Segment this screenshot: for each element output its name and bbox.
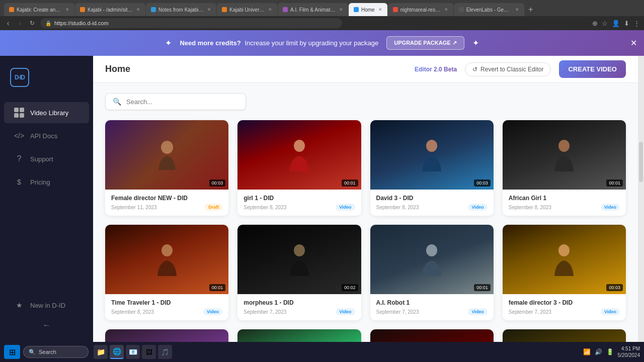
taskbar-app-mail[interactable]: 📧 [126,345,140,359]
tab-notes-kajabi[interactable]: Notes from Kajabi Uni... ✕ [146,3,216,16]
browser-address-bar: ‹ › ↻ 🔒 https://studio.d-id.com ⊕ ☆ 👤 ⬇ … [0,16,644,30]
taskbar-search[interactable]: 🔍 Search [23,346,89,358]
upgrade-package-button[interactable]: UPGRADE PACKAGE ↗ [386,36,464,50]
duration-badge: 00:01 [606,179,623,187]
taskbar: ⊞ 🔍 Search 📁 🌐 📧 🖼 🎵 📶 🔊 🔋 4:51 PM 5/20/… [0,342,644,362]
refresh-button[interactable]: ↻ [28,20,36,27]
tab-close-icon[interactable]: ✕ [444,7,448,12]
taskbar-clock[interactable]: 4:51 PM 5/20/2024 [618,345,640,358]
banner-close-button[interactable]: ✕ [630,38,637,48]
taskbar-app-spotify[interactable]: 🎵 [158,345,172,359]
tab-close-icon[interactable]: ✕ [515,7,519,12]
video-info: girl 1 - DID September 8, 2023 Video [237,190,361,216]
taskbar-app-chrome[interactable]: 🌐 [110,345,124,359]
tab-close-icon[interactable]: ✕ [268,7,272,12]
video-card-6[interactable]: 00:01 A.I. Robot 1 September 7, 2023 Vid… [370,225,494,320]
download-icon[interactable]: ⬇ [624,20,629,27]
figure-silhouette [419,139,444,171]
tab-nightmare[interactable]: nightmareal-res:... ✕ [388,3,453,16]
video-date: September 8, 2023 [509,205,551,210]
tab-elevenlabs[interactable]: ElevenLabs - Genera... ✕ [454,3,524,16]
sound-icon[interactable]: 🔊 [595,348,602,355]
video-thumbnail: 00:03 [370,120,494,190]
video-card-4[interactable]: 00:01 Time Traveler 1 - DID September 8,… [105,225,228,320]
tab-kajabi-university[interactable]: Kajabi University ✕ [217,3,277,16]
logo: D·ID [0,64,93,101]
search-icon: 🔍 [29,349,36,355]
sidebar-item-video-library[interactable]: Video Library [4,102,89,123]
video-info: African Girl 1 September 8, 2023 Video [503,190,626,216]
video-date: September 7, 2023 [376,309,419,315]
rotate-icon: ↺ [472,66,477,73]
video-card-10[interactable]: Untitled video [370,329,494,342]
video-card-2[interactable]: 00:03 David 3 - DID September 8, 2023 Vi… [370,120,494,216]
video-thumbnail: 00:03 [105,120,228,190]
sidebar-item-support[interactable]: ? Support [4,148,89,169]
video-grid: 00:03 Female director NEW - DID Septembe… [105,120,626,342]
tab-home-active[interactable]: Home ✕ [349,3,387,16]
video-badge-video: Video [336,308,355,315]
logo-mark: D·ID [10,68,29,87]
video-card-9[interactable]: RRCG female director - DID [237,329,361,342]
sidebar-item-new-in-did[interactable]: ★ New in D-ID [4,295,89,316]
main-area: Home Editor 2.0 Beta ↺ Revert to Classic… [93,56,638,342]
start-button[interactable]: ⊞ [4,345,20,359]
profile-icon[interactable]: 👤 [612,20,620,27]
tab-close-icon[interactable]: ✕ [65,7,69,12]
video-card-0[interactable]: 00:03 Female director NEW - DID Septembe… [105,120,228,216]
svg-point-6 [426,244,437,256]
battery-icon[interactable]: 🔋 [606,348,614,355]
video-title: female director 3 - DID [509,299,620,306]
video-date: September 11, 2023 [111,205,157,210]
tab-close-icon[interactable]: ✕ [339,7,343,12]
back-arrow-icon: ← [43,321,51,330]
video-card-7[interactable]: 00:03 female director 3 - DID September … [503,225,626,320]
bookmark-icon[interactable]: ☆ [602,20,608,27]
tab-ai-film[interactable]: A.I. Film & Animation ... ✕ [278,3,348,16]
page-title: Home [105,64,130,74]
video-thumbnail: 00:02 [237,225,361,294]
new-tab-button[interactable]: + [525,5,537,15]
video-card-3[interactable]: 00:01 African Girl 1 September 8, 2023 V… [503,120,626,216]
sidebar-item-pricing[interactable]: $ Pricing [4,171,89,193]
video-card-8[interactable]: 00:03 female director 2 - DID [105,329,228,342]
revert-to-classic-button[interactable]: ↺ Revert to Classic Editor [465,62,551,76]
menu-icon[interactable]: ⋮ [633,20,640,27]
sidebar-item-api-docs[interactable]: </> API Docs [4,125,89,146]
upgrade-banner: ✦ Need more credits? Increase your limit… [0,30,644,56]
video-badge-video: Video [601,204,620,211]
network-icon[interactable]: 📶 [583,348,591,355]
taskbar-app-explorer[interactable]: 📁 [94,345,108,359]
search-input[interactable] [126,98,238,106]
taskbar-app-photos[interactable]: 🖼 [142,345,156,359]
figure-silhouette [154,243,180,276]
extensions-icon[interactable]: ⊕ [592,20,598,27]
video-card-11[interactable]: 00:00 Director - DID [503,329,626,342]
video-card-1[interactable]: 00:01 girl 1 - DID September 8, 2023 Vid… [237,120,361,216]
tab-close-icon[interactable]: ✕ [378,7,382,12]
forward-button[interactable]: › [16,19,24,27]
lock-icon: 🔒 [45,21,51,26]
scroll-thumb[interactable] [639,142,643,182]
duration-badge: 00:02 [342,284,358,291]
star-icon: ★ [14,300,24,310]
video-title: Female director NEW - DID [111,195,222,202]
video-card-5[interactable]: 00:02 morpheus 1 - DID September 7, 2023… [237,225,361,320]
video-date: September 7, 2023 [244,309,286,315]
figure-silhouette [287,243,312,276]
address-input[interactable]: 🔒 https://studio.d-id.com [40,18,342,28]
back-button[interactable]: ‹ [4,19,12,27]
tab-close-icon[interactable]: ✕ [207,7,211,12]
video-info: David 3 - DID September 8, 2023 Video [370,190,494,216]
browser-chrome: Kajabi: Create and se... ✕ Kajabi - /adm… [0,0,644,16]
video-info: Female director NEW - DID September 11, … [105,190,228,216]
tab-kajabi-create[interactable]: Kajabi: Create and se... ✕ [4,3,74,16]
search-bar[interactable]: 🔍 [105,93,246,110]
tab-close-icon[interactable]: ✕ [136,7,140,12]
help-icon: ? [14,154,24,164]
create-video-button[interactable]: CREATE VIDEO [559,60,626,78]
app-container: ✦ Need more credits? Increase your limit… [0,30,644,342]
tab-kajabi-admin[interactable]: Kajabi - /admin/sites... ✕ [75,3,145,16]
video-info: morpheus 1 - DID September 7, 2023 Video [237,294,361,320]
sidebar-collapse-button[interactable]: ← [0,317,93,334]
